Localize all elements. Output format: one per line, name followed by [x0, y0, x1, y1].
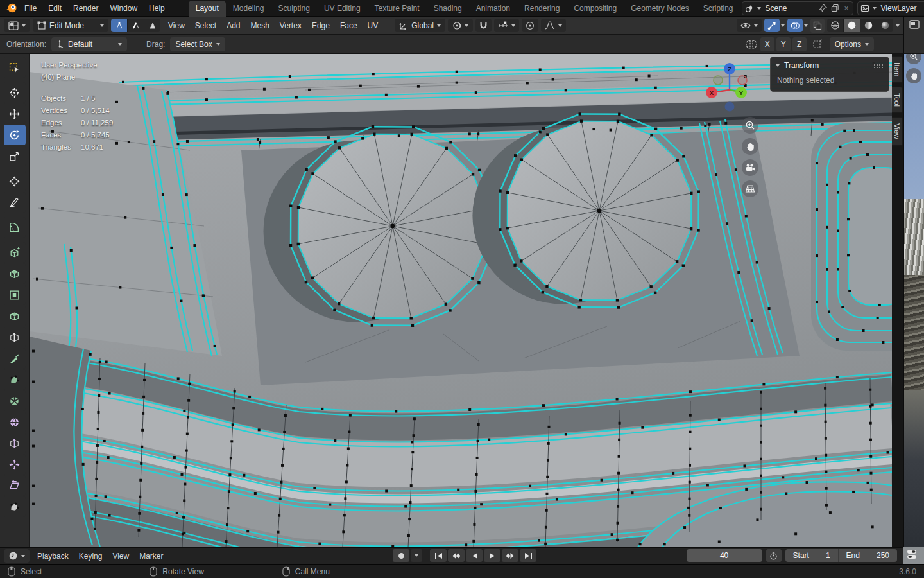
previous-keyframe-button[interactable]: [448, 549, 465, 562]
tool-add-cube[interactable]: [4, 242, 26, 263]
tool-edge-slide[interactable]: [4, 433, 26, 453]
timeline-menu-item[interactable]: Keying: [74, 549, 108, 563]
tool-annotate[interactable]: [4, 192, 26, 213]
snap-toggle[interactable]: [475, 19, 492, 32]
menu-item[interactable]: Window: [104, 1, 143, 15]
sidebar-tab[interactable]: View: [892, 117, 903, 146]
zoom-button[interactable]: [742, 117, 758, 134]
mode-dropdown[interactable]: Edit Mode: [33, 19, 108, 32]
next-keyframe-button[interactable]: [502, 549, 518, 562]
orthographic-toggle-button[interactable]: [742, 180, 758, 197]
workspace-tab[interactable]: Layout: [189, 1, 226, 17]
edge-select-button[interactable]: [128, 19, 144, 32]
pivot-dropdown[interactable]: [448, 19, 473, 32]
viewport-menu-item[interactable]: Face: [335, 18, 363, 33]
timeline-menu-item[interactable]: View: [107, 549, 134, 563]
viewport-menu-item[interactable]: Select: [190, 18, 221, 33]
mirror-axis-button[interactable]: X: [760, 37, 774, 51]
play-button[interactable]: [484, 549, 501, 562]
side-timeline-icon[interactable]: [906, 548, 918, 560]
tool-extrude-region[interactable]: [4, 263, 26, 284]
workspace-tab[interactable]: Compositing: [567, 1, 624, 17]
use-preview-range-toggle[interactable]: [766, 549, 782, 562]
orientation-dropdown[interactable]: Global: [395, 19, 445, 32]
xray-toggle[interactable]: [810, 19, 825, 33]
close-icon[interactable]: ×: [843, 4, 850, 13]
mirror-axis-button[interactable]: Z: [792, 37, 807, 51]
workspace-tab[interactable]: Shading: [427, 1, 469, 17]
snap-target-dropdown[interactable]: [494, 19, 519, 32]
sidebar-tab[interactable]: Tool: [892, 87, 903, 113]
tool-shrink-fatten[interactable]: [4, 454, 26, 475]
viewport-menu-item[interactable]: Vertex: [275, 18, 307, 33]
navigation-gizmo[interactable]: Z X Y: [702, 62, 757, 117]
keying-set-dropdown[interactable]: [411, 549, 422, 562]
jump-to-end-button[interactable]: [520, 549, 536, 562]
tool-smooth[interactable]: [4, 412, 26, 432]
gizmos-toggle[interactable]: [764, 19, 785, 32]
pin-icon[interactable]: [819, 4, 828, 13]
side-editor[interactable]: [903, 54, 924, 547]
viewport-menu-item[interactable]: Add: [221, 18, 245, 33]
viewport-menu-item[interactable]: View: [163, 18, 190, 33]
tool-rotate[interactable]: [4, 125, 26, 145]
menu-item[interactable]: Help: [143, 1, 171, 15]
end-frame-field[interactable]: End250: [839, 549, 897, 562]
menu-item[interactable]: Render: [67, 1, 104, 15]
tool-transform[interactable]: [4, 171, 26, 191]
3d-viewport[interactable]: User Perspective (40) Plane Objects1 / 5…: [30, 54, 892, 547]
pan-button[interactable]: [742, 138, 758, 155]
material-shading-button[interactable]: [860, 19, 877, 32]
workspace-tab[interactable]: Scripting: [696, 1, 740, 17]
viewport-menu-item[interactable]: Mesh: [246, 18, 275, 33]
panel-grip-icon[interactable]: [873, 64, 884, 68]
tool-poly-build[interactable]: [4, 369, 26, 390]
workspace-tab[interactable]: Animation: [469, 1, 517, 17]
workspace-tab[interactable]: Sculpting: [271, 1, 317, 17]
tool-shear[interactable]: [4, 475, 26, 496]
viewlayer-name[interactable]: ViewLayer: [880, 4, 924, 13]
workspace-tab[interactable]: UV Editing: [317, 1, 368, 17]
play-reverse-button[interactable]: [466, 549, 483, 562]
snap-base-icon[interactable]: [812, 39, 825, 49]
tool-inset-faces[interactable]: [4, 285, 26, 305]
scene-selector[interactable]: Scene ×: [742, 1, 853, 15]
tool-measure[interactable]: [4, 217, 26, 238]
tool-scale[interactable]: [4, 146, 26, 166]
start-frame-field[interactable]: Start1: [785, 549, 839, 562]
blender-logo-icon[interactable]: [5, 2, 17, 14]
timeline-menu-item[interactable]: Playback: [32, 549, 74, 563]
editor-type-button[interactable]: [4, 19, 30, 32]
tool-knife[interactable]: [4, 348, 26, 369]
mirror-axis-button[interactable]: Y: [776, 37, 791, 51]
proportional-falloff-dropdown[interactable]: [541, 19, 566, 32]
timeline-menu-item[interactable]: Marker: [134, 549, 168, 563]
vertex-select-button[interactable]: [111, 19, 128, 32]
panel-collapse-icon[interactable]: [776, 64, 780, 67]
tool-loop-cut[interactable]: [4, 327, 26, 347]
auto-keying-toggle[interactable]: [393, 549, 409, 562]
pan-button[interactable]: [906, 68, 921, 83]
workspace-tab[interactable]: Geometry Nodes: [624, 1, 696, 17]
tool-bevel[interactable]: [4, 306, 26, 326]
new-scene-icon[interactable]: [831, 4, 840, 13]
scene-name[interactable]: Scene: [764, 4, 816, 13]
tool-select-box[interactable]: [4, 57, 26, 78]
tool-orientation-dropdown[interactable]: Default: [51, 37, 127, 51]
viewlayer-selector[interactable]: ViewLayer ×: [857, 1, 924, 15]
workspace-tab[interactable]: Modeling: [226, 1, 271, 17]
face-select-button[interactable]: [144, 19, 160, 32]
proportional-editing-toggle[interactable]: [522, 19, 538, 32]
overlays-toggle[interactable]: [787, 19, 808, 32]
sidebar-tab[interactable]: Item: [892, 56, 903, 83]
tool-spin[interactable]: [4, 390, 26, 411]
drag-dropdown[interactable]: Select Box: [170, 37, 225, 51]
timeline-editor-type-button[interactable]: [4, 549, 30, 563]
workspace-tab[interactable]: Texture Paint: [368, 1, 427, 17]
mirror-icon[interactable]: [745, 39, 758, 49]
transform-panel[interactable]: Transform Nothing selected: [770, 57, 889, 92]
rendered-shading-button[interactable]: [877, 19, 893, 32]
visibility-dropdown[interactable]: [737, 19, 762, 32]
tool-rip-region[interactable]: [4, 496, 26, 517]
menu-item[interactable]: Edit: [42, 1, 67, 15]
